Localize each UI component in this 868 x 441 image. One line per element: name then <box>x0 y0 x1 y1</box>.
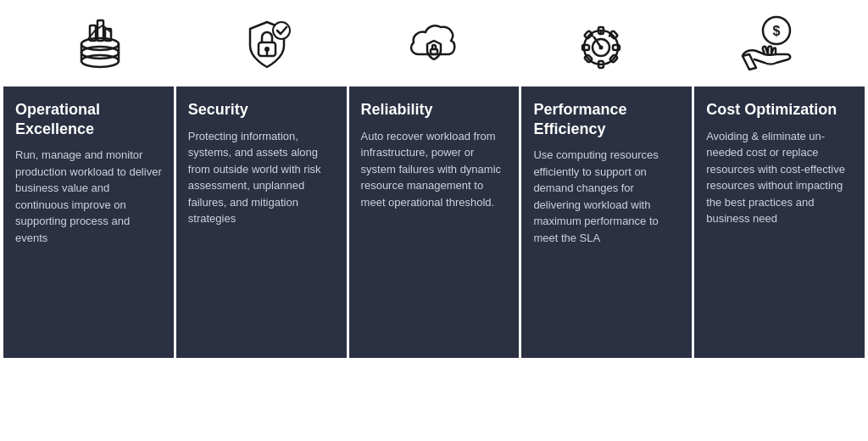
icons-row: $ <box>0 0 868 87</box>
cost-optimization-icon: $ <box>734 12 802 80</box>
card-body-performance-efficiency: Use computing resources efficiently to s… <box>533 147 680 246</box>
svg-text:$: $ <box>772 24 780 38</box>
card-security: Security Protecting information, systems… <box>176 87 347 358</box>
svg-point-13 <box>273 22 290 39</box>
security-icon <box>233 12 301 80</box>
card-title-reliability: Reliability <box>361 100 508 120</box>
svg-rect-18 <box>582 45 589 50</box>
svg-line-29 <box>609 34 611 36</box>
card-body-operational-excellence: Run, manage and monitor production workl… <box>15 147 162 246</box>
svg-line-28 <box>591 34 593 36</box>
card-title-performance-efficiency: Performance Efficiency <box>533 100 680 138</box>
performance-efficiency-icon-cell <box>520 12 682 80</box>
card-body-security: Protecting information, systems, and ass… <box>188 128 335 227</box>
card-performance-efficiency: Performance Efficiency Use computing res… <box>521 87 692 358</box>
operational-excellence-icon <box>66 12 134 80</box>
performance-efficiency-icon <box>567 12 635 80</box>
card-body-reliability: Auto recover workload from infrastructur… <box>361 128 508 211</box>
card-title-security: Security <box>188 100 335 120</box>
svg-rect-19 <box>613 45 620 50</box>
operational-excellence-icon-cell <box>19 12 181 80</box>
security-icon-cell <box>186 12 348 80</box>
reliability-icon <box>400 12 468 80</box>
card-title-operational-excellence: Operational Excellence <box>15 100 162 138</box>
reliability-icon-cell <box>353 12 515 80</box>
cards-row: Operational Excellence Run, manage and m… <box>0 87 868 358</box>
card-reliability: Reliability Auto recover workload from i… <box>349 87 520 358</box>
cost-optimization-icon-cell: $ <box>687 12 849 80</box>
card-cost-optimization: Cost Optimization Avoiding & eliminate u… <box>694 87 865 358</box>
card-body-cost-optimization: Avoiding & eliminate un-needed cost or r… <box>706 128 853 227</box>
main-container: $ Operational Excellence Run, manage and… <box>0 0 868 358</box>
svg-point-26 <box>598 46 603 50</box>
card-operational-excellence: Operational Excellence Run, manage and m… <box>3 87 174 358</box>
card-title-cost-optimization: Cost Optimization <box>706 100 853 120</box>
